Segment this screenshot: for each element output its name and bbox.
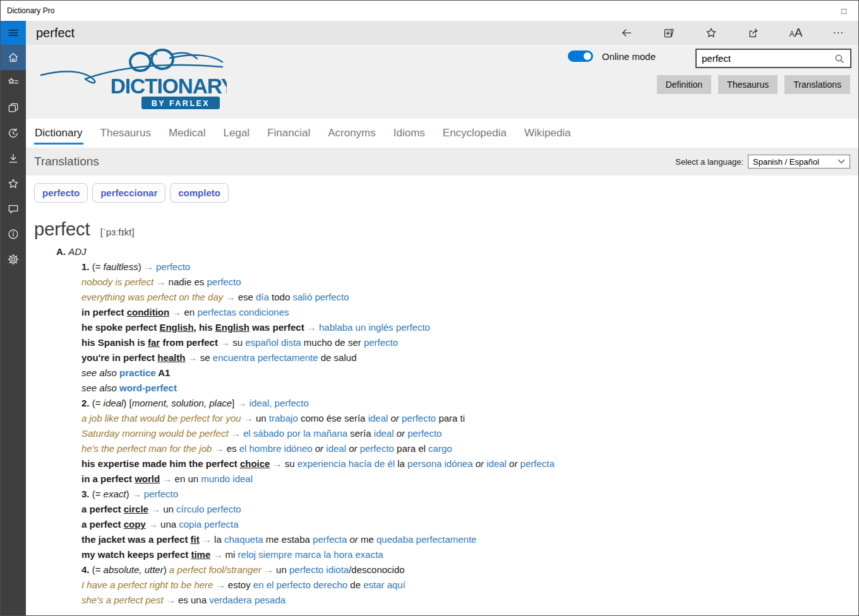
dictionary-tabs: DictionaryThesaurusMedicalLegalFinancial…: [26, 119, 858, 148]
text-segment: mucho de ser: [301, 337, 364, 348]
sidebar-item-home[interactable]: [1, 45, 26, 70]
add-to-flashcards-icon: [663, 27, 675, 39]
search-input[interactable]: [697, 53, 834, 64]
tab-idioms[interactable]: Idioms: [393, 122, 426, 145]
flashcards-icon: [7, 102, 20, 114]
tab-encyclopedia[interactable]: Encyclopedia: [442, 122, 507, 145]
tab-thesaurus[interactable]: Thesaurus: [100, 122, 152, 145]
more-icon: [832, 27, 844, 39]
favorite-button[interactable]: [699, 22, 724, 44]
translation-link[interactable]: círculo perfecto: [176, 504, 241, 514]
tab-legal[interactable]: Legal: [223, 122, 251, 145]
sidebar-item-flashcards[interactable]: [1, 95, 26, 121]
sidebar-item-about[interactable]: [1, 222, 26, 247]
translations-bar: Translations Select a language: Spanish …: [26, 148, 858, 175]
definition-button[interactable]: Definition: [657, 75, 711, 94]
translation-link[interactable]: verdadera pesada: [209, 595, 285, 605]
translation-link[interactable]: salió perfecto: [292, 292, 349, 302]
translation-link[interactable]: ideal: [374, 428, 394, 439]
translation-link[interactable]: perfecto idiota: [289, 564, 349, 575]
translation-link[interactable]: experiencia hacía de él: [297, 458, 395, 469]
text-segment: →: [223, 292, 237, 302]
translation-link[interactable]: perfecta: [520, 458, 555, 469]
translation-link[interactable]: perfecta: [313, 534, 347, 545]
sidebar-item-settings[interactable]: [1, 247, 26, 272]
maximize-button[interactable]: □: [829, 1, 858, 21]
tab-medical[interactable]: Medical: [168, 122, 207, 145]
back-button[interactable]: [614, 22, 639, 44]
section-title: Translations: [26, 155, 675, 169]
text-segment: time: [191, 549, 210, 560]
tab-wikipedia[interactable]: Wikipedia: [524, 122, 572, 145]
text-segment: →: [213, 579, 227, 590]
tab-financial[interactable]: Financial: [267, 122, 311, 145]
definition-line: she's a perfect pest → es una verdadera …: [81, 593, 858, 608]
sidebar-item-downloads[interactable]: [1, 146, 26, 171]
translation-link[interactable]: el sábado por la mañana: [243, 428, 347, 439]
text-segment: la: [214, 534, 224, 545]
text-segment: from perfect: [160, 337, 218, 348]
sidebar-item-feedback[interactable]: [1, 196, 26, 222]
history-icon: [7, 127, 20, 139]
translation-link[interactable]: perfecto: [407, 428, 442, 439]
share-button[interactable]: [741, 22, 766, 44]
thesaurus-button[interactable]: Thesaurus: [718, 75, 778, 94]
text-segment: faultless: [104, 261, 138, 272]
online-mode-toggle[interactable]: [568, 50, 593, 62]
translation-link[interactable]: ideal: [326, 443, 346, 454]
sidebar-item-word-list[interactable]: [1, 70, 26, 95]
translation-chip-perfecto[interactable]: perfecto: [34, 183, 88, 203]
translation-link[interactable]: mundo ideal: [201, 473, 253, 484]
text-segment: a perfect: [81, 504, 124, 514]
command-bar-icons: AA: [614, 22, 858, 44]
translation-link[interactable]: ideal: [486, 458, 507, 469]
sidebar-item-history[interactable]: [1, 121, 26, 146]
translation-link[interactable]: día: [256, 292, 269, 302]
translation-link[interactable]: perfecto: [402, 413, 436, 424]
translation-link[interactable]: chaqueta: [224, 534, 263, 545]
translation-link[interactable]: persona idónea: [407, 458, 472, 469]
text-segment: →: [146, 519, 160, 530]
add-to-flashcards-button[interactable]: [656, 22, 682, 44]
translation-link[interactable]: encuentra perfectamente: [213, 352, 318, 363]
text-size-button[interactable]: AA: [783, 22, 808, 44]
text-segment: →: [144, 261, 156, 272]
translation-link[interactable]: ideal, perfecto: [249, 398, 309, 408]
translation-link[interactable]: perfectas condiciones: [197, 307, 289, 317]
translation-link[interactable]: trabajo: [269, 413, 298, 424]
language-select[interactable]: Spanish / Español: [748, 155, 850, 169]
translation-link[interactable]: perfecto: [207, 276, 241, 287]
translation-link[interactable]: hablaba un inglés perfecto: [319, 322, 430, 333]
translation-link[interactable]: el hombre idóneo: [239, 443, 313, 454]
text-segment: me: [361, 534, 376, 545]
menu-button[interactable]: [1, 21, 26, 45]
translation-link[interactable]: español dista: [245, 337, 301, 348]
translation-link[interactable]: word-perfect: [119, 382, 177, 393]
translation-chip-perfeccionar[interactable]: perfeccionar: [92, 183, 165, 203]
translation-link[interactable]: copia perfecta: [179, 519, 238, 530]
translation-link[interactable]: ideal: [368, 413, 388, 424]
translation-link[interactable]: estar aquí: [363, 579, 405, 590]
sidebar-item-favorites[interactable]: [1, 171, 26, 196]
translations-button[interactable]: Translations: [784, 75, 850, 94]
translation-link[interactable]: en el perfecto derecho: [253, 579, 347, 590]
translation-link[interactable]: cargo: [428, 443, 452, 454]
settings-icon: [7, 253, 20, 266]
translation-chip-completo[interactable]: completo: [170, 183, 229, 203]
translation-link[interactable]: perfecto: [364, 337, 398, 348]
tab-acronyms[interactable]: Acronyms: [327, 122, 376, 145]
text-segment: see also: [81, 367, 119, 378]
text-segment: Saturday morning would be perfect: [81, 428, 229, 439]
tab-dictionary[interactable]: Dictionary: [34, 122, 83, 145]
translation-link[interactable]: quedaba perfectamente: [376, 534, 476, 545]
about-icon: [7, 228, 20, 240]
more-button[interactable]: [826, 22, 851, 44]
text-segment: he's the perfect man for the job: [81, 443, 212, 454]
text-segment: en un: [175, 473, 201, 484]
translation-link[interactable]: perfecto: [360, 443, 394, 454]
translation-link[interactable]: perfecto: [156, 261, 190, 272]
search-button[interactable]: [834, 53, 850, 64]
translation-link[interactable]: practice: [119, 367, 156, 378]
translation-link[interactable]: perfecto: [144, 489, 178, 499]
translation-link[interactable]: reloj siempre marca la hora exacta: [238, 549, 383, 560]
